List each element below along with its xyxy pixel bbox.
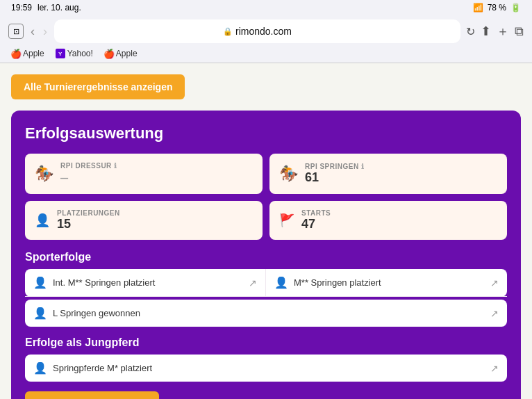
stat-platzierungen: 👤 PLATZIERUNGEN 15	[25, 201, 263, 240]
lock-icon: 🔒	[223, 27, 233, 36]
ach-arrow-spring: ↗	[490, 363, 499, 374]
achievement-l-springen: 👤 L Springen gewonnen ↗	[25, 300, 507, 327]
bookmark-label-apple-1: Apple	[23, 49, 44, 58]
ach-icon-2: 👤	[274, 276, 288, 289]
bookmark-apple-1[interactable]: 🍎 Apple	[11, 49, 44, 58]
sporterfolge-grid: 👤 Int. M** Springen platziert ↗ 👤 M** Sp…	[25, 269, 507, 297]
apple-favicon-1: 🍎	[11, 49, 21, 58]
browser-chrome: ⊡ ‹ › 🔒 rimondo.com ↻ ⬆ ＋ ⧉	[0, 15, 532, 46]
status-bar: 19:59 ler. 10. aug. 📶 78 % 🔋	[0, 0, 532, 15]
bookmark-yahoo[interactable]: Y Yahoo!	[56, 49, 93, 58]
platzierungen-value: 15	[57, 217, 120, 231]
starts-icon: 🚩	[279, 213, 294, 228]
card-title: Erfolgsauswertung	[25, 124, 507, 142]
battery-icon: 🔋	[510, 3, 521, 13]
tab-overview-icon: ⊡	[13, 27, 19, 36]
ach-text-2: M** Springen platziert	[294, 277, 485, 288]
page-content: Alle Turnierergebnisse anzeigen Erfolgsa…	[0, 63, 532, 399]
back-button[interactable]: ‹	[29, 24, 36, 39]
ach-text-spring: Springpferde M* platziert	[53, 363, 485, 373]
platzierungen-icon: 👤	[35, 213, 50, 228]
achievement-int-m-springen: 👤 Int. M** Springen platziert ↗	[25, 269, 266, 297]
bookmarks-bar: 🍎 Apple Y Yahoo! 🍎 Apple	[0, 46, 532, 63]
share-button[interactable]: ⬆	[481, 24, 491, 39]
stat-starts: 🚩 STARTS 47	[269, 201, 507, 240]
tabs-button[interactable]: ⧉	[515, 24, 524, 39]
ach-arrow-1: ↗	[249, 277, 257, 288]
ach-icon-gold-1: 👤	[33, 307, 47, 320]
zur-erfolgsauswertung-button[interactable]: Zur Erfolgsauswertung	[25, 391, 159, 399]
dressur-icon: 🏇	[35, 165, 53, 183]
dressur-value: –	[60, 170, 117, 186]
url-display: rimondo.com	[235, 26, 292, 37]
yahoo-favicon: Y	[56, 49, 65, 58]
ach-icon-spring: 👤	[33, 361, 47, 375]
ach-text-1: Int. M** Springen platziert	[53, 277, 243, 288]
bookmark-apple-2[interactable]: 🍎 Apple	[104, 49, 138, 58]
springen-icon: 🏇	[279, 165, 298, 183]
springen-value: 61	[305, 170, 364, 185]
apple-favicon-2: 🍎	[104, 49, 114, 58]
ach-arrow-2: ↗	[490, 277, 499, 288]
jungpferd-list: 👤 Springpferde M* platziert ↗	[25, 355, 507, 382]
sporterfolge-single-list: 👤 L Springen gewonnen ↗	[25, 298, 507, 327]
tab-overview-button[interactable]: ⊡	[8, 24, 24, 39]
springen-label: RPI SPRINGEN ℹ	[305, 163, 364, 170]
url-bar[interactable]: 🔒 rimondo.com	[54, 19, 460, 43]
ach-icon-1: 👤	[33, 276, 47, 289]
erfolgsauswertung-card: Erfolgsauswertung 🏇 RPI DRESSUR ℹ – 🏇	[11, 111, 521, 399]
all-results-button[interactable]: Alle Turnierergebnisse anzeigen	[11, 74, 185, 99]
jungpferd-title: Erfolge als Jungpferd	[25, 336, 507, 349]
ach-text-l: L Springen gewonnen	[53, 308, 485, 318]
bookmark-label-yahoo: Yahoo!	[67, 49, 93, 58]
dressur-label: RPI DRESSUR ℹ	[60, 162, 117, 170]
ach-arrow-l: ↗	[490, 308, 499, 319]
starts-value: 47	[301, 217, 331, 231]
bookmark-label-apple-2: Apple	[116, 49, 138, 58]
starts-label: STARTS	[301, 209, 331, 217]
platzierungen-label: PLATZIERUNGEN	[57, 209, 120, 217]
stat-rpi-dressur: 🏇 RPI DRESSUR ℹ –	[25, 154, 263, 194]
info-icon-springen: ℹ	[361, 163, 365, 170]
new-tab-button[interactable]: ＋	[497, 23, 509, 40]
wifi-icon: 📶	[473, 3, 483, 13]
battery-level: 78 %	[488, 3, 506, 13]
stats-grid: 🏇 RPI DRESSUR ℹ – 🏇 RPI SPRINGEN ℹ	[25, 154, 507, 240]
status-date: ler. 10. aug.	[38, 3, 81, 13]
status-time: 19:59	[11, 3, 32, 13]
reload-button[interactable]: ↻	[466, 25, 475, 38]
achievement-springpferde: 👤 Springpferde M* platziert ↗	[25, 355, 507, 382]
stat-rpi-springen: 🏇 RPI SPRINGEN ℹ 61	[269, 154, 507, 194]
forward-button[interactable]: ›	[42, 24, 49, 39]
achievement-m-springen: 👤 M** Springen platziert ↗	[266, 269, 507, 297]
sporterfolge-title: Sporterfolge	[25, 251, 507, 263]
info-icon-dressur: ℹ	[114, 162, 117, 170]
